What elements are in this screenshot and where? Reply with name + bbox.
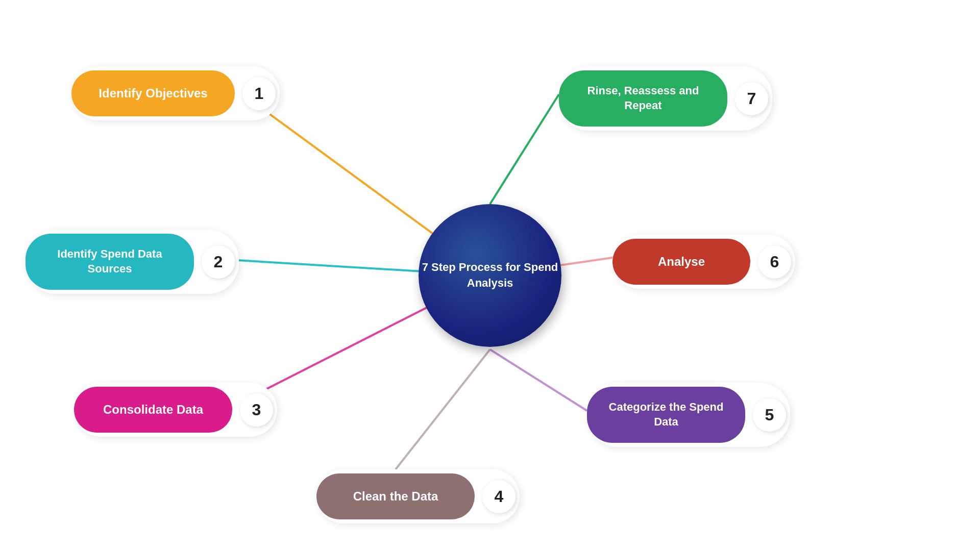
svg-line-6 bbox=[490, 94, 559, 204]
node-7-card: Rinse, Reassess and Repeat 7 bbox=[559, 66, 772, 131]
node-7-pill: Rinse, Reassess and Repeat bbox=[559, 70, 727, 127]
node-1-badge: 1 bbox=[242, 77, 276, 110]
node-3-number: 3 bbox=[252, 400, 261, 419]
node-6-number: 6 bbox=[770, 253, 779, 271]
node-4-pill: Clean the Data bbox=[316, 473, 475, 519]
node-1-pill: Identify Objectives bbox=[71, 70, 235, 116]
node-2-number: 2 bbox=[214, 253, 223, 271]
node-4-card: Clean the Data 4 bbox=[316, 469, 520, 523]
node-7-label: Rinse, Reassess and Repeat bbox=[577, 84, 709, 113]
node-6-card: Analyse 6 bbox=[612, 235, 795, 289]
node-5-card: Categorize the Spend Data 5 bbox=[587, 383, 790, 447]
node-6-label: Analyse bbox=[658, 254, 705, 269]
node-1-card: Identify Objectives 1 bbox=[71, 66, 280, 120]
node-7-number: 7 bbox=[747, 89, 756, 108]
node-3-badge: 3 bbox=[240, 393, 273, 427]
node-3-card: Consolidate Data 3 bbox=[74, 383, 277, 437]
node-2-label: Identify Spend Data Sources bbox=[43, 247, 176, 276]
node-4-badge: 4 bbox=[482, 480, 516, 513]
node-7-badge: 7 bbox=[735, 82, 768, 115]
node-5-number: 5 bbox=[765, 406, 774, 424]
node-3-pill: Consolidate Data bbox=[74, 387, 232, 433]
node-5-label: Categorize the Spend Data bbox=[605, 400, 727, 429]
diagram-container: 7 Step Process for Spend Analysis Identi… bbox=[0, 0, 980, 551]
node-1-label: Identify Objectives bbox=[99, 85, 207, 101]
node-2-badge: 2 bbox=[202, 245, 235, 279]
center-circle-text: 7 Step Process for Spend Analysis bbox=[419, 260, 561, 291]
node-4-number: 4 bbox=[495, 487, 504, 506]
node-6-badge: 6 bbox=[758, 245, 791, 279]
node-1-number: 1 bbox=[255, 84, 264, 103]
node-2-pill: Identify Spend Data Sources bbox=[26, 234, 194, 290]
node-6-pill: Analyse bbox=[612, 239, 750, 285]
node-5-pill: Categorize the Spend Data bbox=[587, 387, 745, 443]
node-5-badge: 5 bbox=[753, 398, 786, 432]
node-3-label: Consolidate Data bbox=[103, 402, 203, 417]
svg-line-3 bbox=[396, 349, 490, 469]
node-4-label: Clean the Data bbox=[353, 488, 438, 504]
center-circle: 7 Step Process for Spend Analysis bbox=[419, 204, 561, 347]
node-2-card: Identify Spend Data Sources 2 bbox=[26, 230, 239, 294]
svg-line-4 bbox=[490, 349, 587, 411]
